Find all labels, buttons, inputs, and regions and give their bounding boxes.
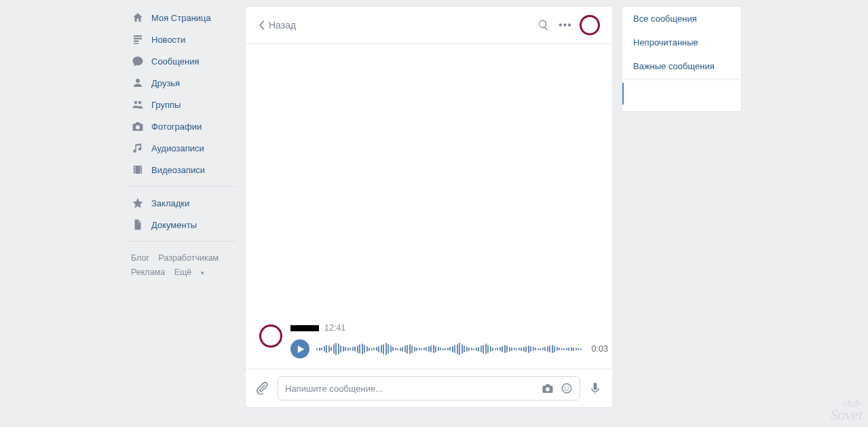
sidebar-item-label: Аудиозаписи	[151, 143, 204, 153]
star-icon	[131, 196, 145, 210]
audio-message: 0:03	[290, 339, 608, 358]
message-item: 12:41 0:03	[259, 323, 599, 358]
camera-icon[interactable]	[542, 382, 554, 394]
sidebar-item-label: Друзья	[151, 78, 180, 88]
users-icon	[131, 98, 145, 111]
sidebar-item-documents[interactable]: Документы	[127, 214, 235, 236]
filter-separator	[622, 79, 741, 80]
user-icon	[131, 76, 145, 90]
chat-body: 12:41 0:03	[246, 44, 612, 369]
sidebar-separator	[127, 186, 235, 187]
home-icon	[131, 11, 145, 24]
mic-icon[interactable]	[588, 382, 602, 395]
doc-icon	[131, 218, 145, 231]
filter-unread[interactable]: Непрочитанные	[622, 31, 741, 54]
sidebar-item-photos[interactable]: Фотографии	[127, 115, 235, 137]
music-icon	[131, 141, 145, 155]
message-time: 12:41	[324, 323, 345, 333]
audio-waveform[interactable]	[316, 341, 582, 357]
message-avatar[interactable]	[259, 324, 282, 348]
sidebar-item-label: Группы	[151, 100, 181, 110]
svg-point-1	[565, 387, 566, 388]
footer-link-ads[interactable]: Реклама	[131, 267, 165, 277]
sidebar-item-label: Моя Страница	[151, 13, 211, 23]
sidebar-item-label: Документы	[151, 220, 197, 230]
chat-panel: Назад ••• 12:41	[246, 7, 612, 407]
attach-icon[interactable]	[256, 382, 269, 395]
sidebar-item-my-page[interactable]: Моя Страница	[127, 7, 235, 29]
sidebar-item-video[interactable]: Видеозаписи	[127, 159, 235, 181]
film-icon	[131, 163, 145, 177]
sidebar-item-groups[interactable]: Группы	[127, 94, 235, 115]
message-author[interactable]	[290, 325, 319, 331]
filter-important[interactable]: Важные сообщения	[622, 54, 741, 78]
compose-box	[278, 376, 580, 401]
sidebar-item-news[interactable]: Новости	[127, 29, 235, 50]
footer-link-blog[interactable]: Блог	[131, 253, 149, 263]
chevron-down-icon: ▾	[201, 270, 204, 276]
svg-point-2	[567, 387, 569, 388]
sidebar-item-label: Фотографии	[151, 122, 202, 132]
sidebar-separator	[127, 241, 235, 242]
conversation-avatar[interactable]	[580, 15, 600, 35]
sidebar-item-messages[interactable]: Сообщения	[127, 50, 235, 72]
more-icon[interactable]: •••	[558, 18, 573, 33]
filter-selected-conversation[interactable]	[622, 83, 741, 105]
sidebar-item-bookmarks[interactable]: Закладки	[127, 192, 235, 214]
sidebar-item-label: Видеозаписи	[151, 165, 205, 175]
back-label: Назад	[269, 20, 296, 31]
sidebar-item-label: Новости	[151, 35, 185, 45]
back-button[interactable]: Назад	[258, 20, 296, 31]
right-filters-panel: Все сообщения Непрочитанные Важные сообщ…	[622, 7, 741, 111]
news-icon	[131, 33, 145, 46]
chat-header: Назад •••	[246, 7, 612, 44]
compose-input[interactable]	[285, 384, 535, 394]
footer-link-more[interactable]: Ещё ▾	[174, 267, 211, 277]
sidebar-item-audio[interactable]: Аудиозаписи	[127, 137, 235, 159]
chat-footer	[246, 369, 612, 407]
emoji-icon[interactable]	[561, 382, 573, 394]
message-content: 12:41 0:03	[290, 323, 608, 358]
camera-icon	[131, 119, 145, 133]
audio-duration: 0:03	[588, 344, 608, 354]
filter-all[interactable]: Все сообщения	[622, 7, 741, 31]
sidebar-footer-links: Блог Разработчикам Реклама Ещё ▾	[127, 247, 235, 284]
sidebar-item-friends[interactable]: Друзья	[127, 72, 235, 94]
search-icon[interactable]	[536, 18, 551, 33]
play-button[interactable]	[290, 339, 309, 358]
sidebar-item-label: Закладки	[151, 198, 189, 208]
play-icon	[297, 346, 305, 353]
svg-point-0	[562, 384, 571, 393]
footer-link-dev[interactable]: Разработчикам	[159, 253, 219, 263]
left-sidebar: Моя Страница Новости Сообщения Друзья Гр…	[127, 7, 235, 407]
sidebar-item-label: Сообщения	[151, 56, 200, 67]
chevron-left-icon	[258, 20, 265, 31]
bubble-icon	[131, 54, 145, 68]
